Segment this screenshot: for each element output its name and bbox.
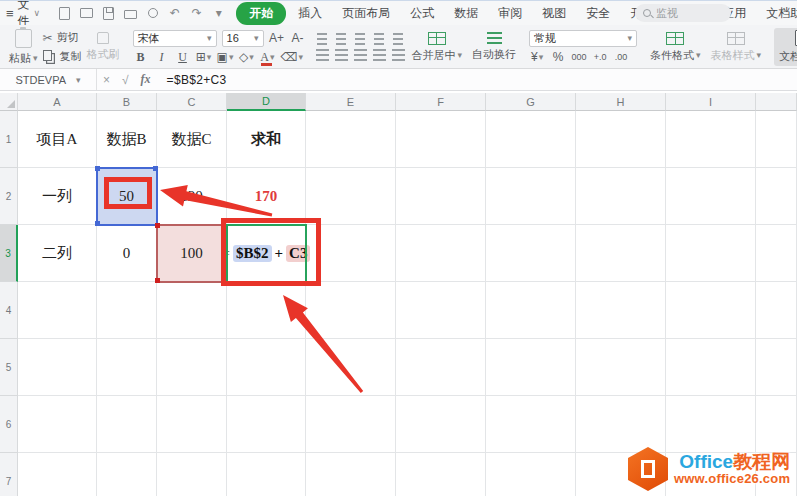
cell-f4[interactable] <box>396 282 486 339</box>
grow-font-button[interactable]: A+ <box>269 31 285 46</box>
align-center-icon[interactable] <box>335 49 348 61</box>
row-header-7[interactable]: 7 <box>0 453 18 496</box>
merge-center-button[interactable]: 合并居中▾ <box>407 28 468 66</box>
percent-format-button[interactable]: % <box>550 50 566 65</box>
cell-a3[interactable]: 二列 <box>18 225 97 282</box>
cell-g6[interactable] <box>486 396 576 453</box>
paste-button[interactable]: 粘贴▾ <box>4 28 43 66</box>
cell-b5[interactable] <box>97 339 157 396</box>
open-file-icon[interactable] <box>79 6 94 21</box>
cell-i6[interactable] <box>666 396 756 453</box>
cancel-entry-button[interactable]: × <box>97 73 116 87</box>
borders-button[interactable]: ⊞▾ <box>196 50 212 65</box>
cell-b7[interactable] <box>97 453 157 496</box>
print-icon[interactable] <box>123 6 138 21</box>
col-header-j-partial[interactable] <box>756 93 797 111</box>
table-style-button[interactable]: 表格样式▾ <box>706 28 767 66</box>
font-size-select[interactable]: 16 ▾ <box>222 30 264 47</box>
increase-indent-icon[interactable] <box>393 33 403 45</box>
cell-b6[interactable] <box>97 396 157 453</box>
col-header-f[interactable]: F <box>396 93 486 111</box>
format-painter-button[interactable]: 格式刷 <box>82 28 125 66</box>
tab-formulas[interactable]: 公式 <box>400 3 444 24</box>
cell-j2[interactable] <box>756 168 797 225</box>
row-header-2[interactable]: 2 <box>0 168 18 225</box>
cell-h2[interactable] <box>576 168 666 225</box>
row-header-6[interactable]: 6 <box>0 396 18 453</box>
increase-decimal-button[interactable]: +.0 <box>592 50 608 65</box>
select-all-corner[interactable] <box>0 93 18 111</box>
cell-i5[interactable] <box>666 339 756 396</box>
confirm-entry-button[interactable]: √ <box>116 73 135 87</box>
cell-e6[interactable] <box>306 396 396 453</box>
cell-d7[interactable] <box>227 453 306 496</box>
command-search-box[interactable] <box>635 4 731 22</box>
cell-b3[interactable]: 0 <box>97 225 157 282</box>
row-header-4[interactable]: 4 <box>0 282 18 339</box>
shrink-font-button[interactable]: A- <box>290 31 306 46</box>
col-header-h[interactable]: H <box>576 93 666 111</box>
tab-view[interactable]: 视图 <box>532 3 576 24</box>
undo-icon[interactable]: ↶ <box>167 6 182 21</box>
align-middle-icon[interactable] <box>336 33 346 45</box>
tab-home[interactable]: 开始 <box>236 2 286 25</box>
cell-c4[interactable] <box>157 282 227 339</box>
tab-review[interactable]: 审阅 <box>488 3 532 24</box>
cell-h1[interactable] <box>576 111 666 168</box>
cell-c3-referenced[interactable]: 100 <box>157 225 227 282</box>
col-header-e[interactable]: E <box>306 93 396 111</box>
font-name-select[interactable]: 宋体 ▾ <box>133 30 217 47</box>
cell-c1[interactable]: 数据C <box>157 111 227 168</box>
underline-button[interactable]: U <box>175 50 191 65</box>
col-header-i[interactable]: I <box>666 93 756 111</box>
cell-g1[interactable] <box>486 111 576 168</box>
row-header-3-selected[interactable]: 3 <box>0 225 18 282</box>
save-icon[interactable] <box>101 6 116 21</box>
align-left-icon[interactable] <box>316 49 329 61</box>
col-header-c[interactable]: C <box>157 93 227 111</box>
tab-insert[interactable]: 插入 <box>288 3 332 24</box>
insert-function-button[interactable]: fx <box>135 72 157 87</box>
align-bottom-icon[interactable] <box>355 33 365 45</box>
cell-f2[interactable] <box>396 168 486 225</box>
cell-e2[interactable] <box>306 168 396 225</box>
selection-handle[interactable] <box>95 221 100 226</box>
cell-c2[interactable]: 120 <box>157 168 227 225</box>
fill-color-button[interactable]: ◇▾ <box>238 50 254 65</box>
cell-d6[interactable] <box>227 396 306 453</box>
cell-i4[interactable] <box>666 282 756 339</box>
col-header-d-selected[interactable]: D <box>227 93 306 111</box>
cell-e4[interactable] <box>306 282 396 339</box>
distributed-icon[interactable] <box>392 49 405 61</box>
tab-security[interactable]: 安全 <box>576 3 620 24</box>
font-color-button[interactable]: A▾ <box>259 50 275 65</box>
cell-b1[interactable]: 数据B <box>97 111 157 168</box>
copy-button[interactable]: 复制 <box>43 49 82 64</box>
cell-f7[interactable] <box>396 453 486 496</box>
align-right-icon[interactable] <box>354 49 367 61</box>
bold-button[interactable]: B <box>133 50 149 65</box>
cut-button[interactable]: ✂ 剪切 <box>43 30 82 45</box>
selection-handle[interactable] <box>95 166 100 171</box>
redo-icon[interactable]: ↷ <box>189 6 204 21</box>
print-preview-icon[interactable] <box>145 6 160 21</box>
cell-j6[interactable] <box>756 396 797 453</box>
shading-button[interactable]: ▣▾ <box>217 50 234 65</box>
tab-page-layout[interactable]: 页面布局 <box>332 3 400 24</box>
align-top-icon[interactable] <box>317 33 327 45</box>
clear-format-button[interactable]: ⌫▾ <box>280 50 303 65</box>
cell-g5[interactable] <box>486 339 576 396</box>
col-header-b[interactable]: B <box>97 93 157 111</box>
tab-doc-assistant[interactable]: 文档助手 <box>756 3 797 24</box>
cell-g2[interactable] <box>486 168 576 225</box>
italic-button[interactable]: I <box>154 50 170 65</box>
cell-a2[interactable]: 一列 <box>18 168 97 225</box>
cell-j3[interactable] <box>756 225 797 282</box>
cell-j5[interactable] <box>756 339 797 396</box>
cell-e7[interactable] <box>306 453 396 496</box>
cell-c7[interactable] <box>157 453 227 496</box>
cell-d2[interactable]: 170 <box>227 168 306 225</box>
decrease-decimal-button[interactable]: .00 <box>613 50 629 65</box>
new-file-icon[interactable] <box>57 6 72 21</box>
cell-h4[interactable] <box>576 282 666 339</box>
